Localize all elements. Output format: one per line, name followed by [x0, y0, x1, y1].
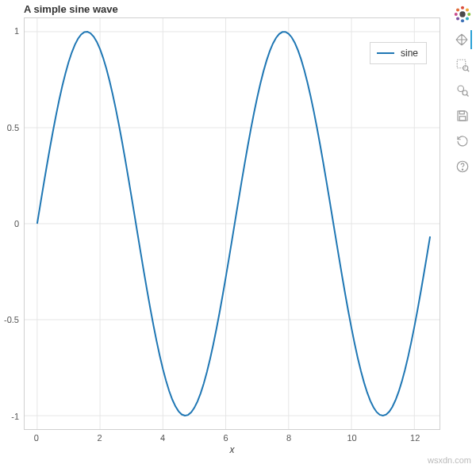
wheel-zoom-tool-icon[interactable]: [453, 81, 472, 100]
box-zoom-tool-icon[interactable]: [453, 56, 472, 75]
svg-point-16: [466, 17, 469, 20]
chart-title: A simple sine wave: [24, 3, 118, 15]
svg-point-28: [462, 169, 463, 170]
svg-rect-26: [459, 117, 466, 121]
y-tick-label: 0: [14, 219, 19, 228]
save-tool-icon[interactable]: [453, 106, 472, 125]
svg-point-12: [459, 11, 465, 17]
x-tick-label: 0: [34, 433, 39, 443]
svg-point-19: [455, 13, 458, 16]
svg-point-13: [461, 6, 464, 10]
svg-point-24: [463, 90, 467, 95]
plot-area[interactable]: sine: [24, 17, 440, 430]
watermark: wsxdn.com: [428, 455, 471, 465]
chart-container: A simple sine wave sine -1-0.500.51 0246…: [0, 0, 444, 448]
x-axis-ticks: 024681012: [24, 432, 440, 443]
legend[interactable]: sine: [370, 42, 427, 64]
y-tick-label: 1: [14, 26, 19, 36]
y-tick-label: 0.5: [7, 123, 19, 132]
svg-point-23: [458, 86, 464, 92]
pan-tool-icon[interactable]: [453, 30, 472, 49]
help-tool-icon[interactable]: [453, 157, 472, 176]
y-tick-label: -1: [11, 412, 19, 421]
x-tick-label: 10: [347, 433, 357, 443]
y-axis-ticks: -1-0.500.51: [0, 17, 22, 430]
legend-color-swatch: [377, 52, 394, 54]
svg-rect-21: [457, 59, 466, 68]
legend-item-label: sine: [401, 48, 418, 59]
svg-point-17: [461, 19, 464, 22]
svg-rect-25: [459, 111, 464, 114]
x-tick-label: 4: [160, 433, 165, 443]
x-tick-label: 2: [97, 433, 102, 443]
svg-point-15: [467, 13, 470, 16]
plot-svg: [25, 18, 440, 429]
reset-tool-icon[interactable]: [453, 132, 472, 151]
y-tick-label: -0.5: [4, 315, 19, 324]
x-tick-label: 12: [410, 433, 420, 443]
bokeh-logo-icon[interactable]: [453, 5, 472, 24]
svg-point-18: [456, 17, 459, 20]
x-tick-label: 6: [223, 433, 228, 443]
x-axis-label: x: [24, 444, 440, 455]
x-tick-label: 8: [286, 433, 291, 443]
toolbar: [451, 5, 474, 176]
svg-point-14: [466, 8, 469, 11]
svg-point-20: [456, 8, 459, 11]
